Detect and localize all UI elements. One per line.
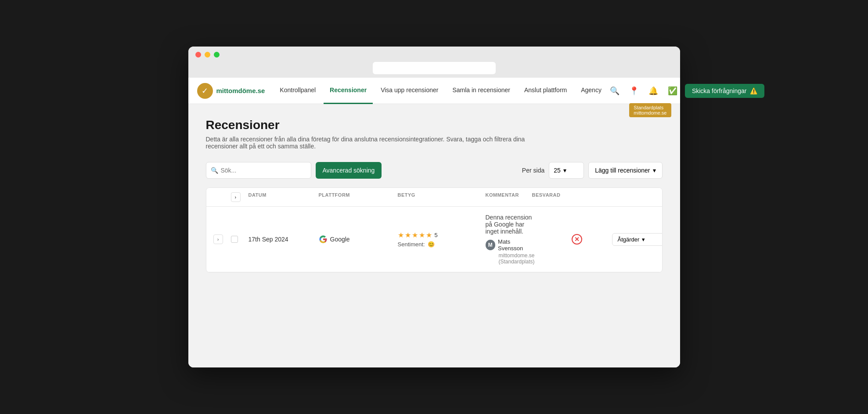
- action-chevron-icon: ▾: [642, 236, 645, 243]
- traffic-light-red[interactable]: [195, 52, 201, 58]
- location-icon-btn[interactable]: 📍: [627, 84, 641, 98]
- add-reviews-button[interactable]: Lägg till recensioner ▾: [588, 162, 662, 179]
- th-checkbox: ›: [231, 192, 249, 202]
- nav-anslut[interactable]: Anslut plattform: [518, 78, 573, 104]
- main-content: Recensioner Detta är alla recensioner fr…: [188, 104, 680, 367]
- search-box[interactable]: 🔍: [206, 162, 311, 179]
- row-action[interactable]: Åtgärder ▾: [612, 233, 663, 246]
- logo-badge: ✓: [197, 83, 213, 99]
- address-bar[interactable]: [373, 62, 496, 74]
- nav-icons: 🔍 📍 🔔 ✅ Skicka förfrågningar ⚠️: [608, 84, 765, 98]
- sentiment-label: Sentiment:: [398, 241, 425, 248]
- add-reviews-label: Lägg till recensioner: [595, 167, 650, 174]
- chevron-down-icon: ▾: [563, 167, 566, 174]
- th-kommentar: KOMMENTAR: [486, 192, 532, 202]
- search-icon: 🔍: [211, 167, 218, 174]
- nav-recensioner[interactable]: Recensioner: [324, 78, 373, 104]
- row-comment: Denna recension på Google har inget inne…: [486, 214, 542, 265]
- search-input[interactable]: [221, 167, 306, 174]
- per-page-select[interactable]: 25 ▾: [549, 162, 584, 179]
- row-betyg: ★ ★ ★ ★ ★ 5 Sentiment: 😊: [398, 231, 486, 248]
- nav-links: Kontrollpanel Recensioner Visa upp recen…: [274, 78, 608, 104]
- star-3: ★: [412, 231, 418, 239]
- expand-row-btn[interactable]: ›: [213, 234, 223, 244]
- per-page-label: Per sida: [522, 167, 544, 174]
- row-besvarad: ✕: [542, 234, 612, 245]
- traffic-light-yellow[interactable]: [205, 52, 210, 58]
- row-checkbox-input[interactable]: [231, 236, 238, 243]
- traffic-light-green[interactable]: [214, 52, 220, 58]
- action-label: Åtgärder: [618, 236, 640, 243]
- logo-area[interactable]: ✓ mittomdöme.se: [197, 83, 265, 99]
- row-date: 17th Sep 2024: [249, 236, 319, 243]
- advanced-search-button[interactable]: Avancerad sökning: [316, 162, 382, 179]
- reviewer-avatar: M: [486, 240, 496, 250]
- reviewer-name: Mats Svensson: [498, 238, 535, 252]
- sentiment-emoji: 😊: [428, 241, 435, 248]
- star-1: ★: [398, 231, 404, 239]
- cta-button[interactable]: Skicka förfrågningar ⚠️: [685, 84, 765, 98]
- not-answered-icon: ✕: [572, 234, 582, 245]
- nav-visa-upp[interactable]: Visa upp recensioner: [375, 78, 444, 104]
- page-subtitle: Detta är alla recensioner från alla dina…: [206, 136, 548, 150]
- google-logo-icon: [319, 235, 328, 244]
- reviews-table: › DATUM PLATTFORM BETYG KOMMENTAR BESVAR…: [206, 187, 663, 273]
- navbar: ✓ mittomdöme.se Kontrollpanel Recensione…: [188, 78, 680, 104]
- reviewer-initial: M: [488, 242, 493, 248]
- page-title: Recensioner: [206, 118, 663, 132]
- row-platform: Google: [319, 235, 398, 244]
- tooltip-line1: Standardplats: [634, 105, 666, 110]
- expand-all-btn[interactable]: ›: [231, 192, 241, 202]
- th-datum: DATUM: [249, 192, 319, 202]
- bell-icon-btn[interactable]: 🔔: [646, 84, 660, 98]
- check-icon-btn[interactable]: ✅: [666, 84, 680, 98]
- star-5: ★: [426, 231, 432, 239]
- th-plattform: PLATTFORM: [319, 192, 398, 202]
- nav-samla-in[interactable]: Samla in recensioner: [446, 78, 516, 104]
- nav-agency[interactable]: Agency: [575, 78, 608, 104]
- row-checkbox[interactable]: [231, 236, 249, 243]
- platform-name: Google: [330, 236, 350, 243]
- warning-icon: ⚠️: [750, 87, 757, 94]
- star-2: ★: [405, 231, 411, 239]
- search-icon-btn[interactable]: 🔍: [608, 84, 622, 98]
- tooltip-line2: mittomdome.se: [634, 110, 666, 115]
- th-expand: [213, 192, 231, 202]
- sentiment-row: Sentiment: 😊: [398, 241, 486, 248]
- th-betyg: BETYG: [398, 192, 486, 202]
- star-count: 5: [435, 232, 438, 238]
- nav-kontrollpanel[interactable]: Kontrollpanel: [274, 78, 322, 104]
- table-row: › 17th Sep 2024 Google: [206, 207, 662, 272]
- th-besvarad: BESVARAD: [532, 192, 602, 202]
- table-header: › DATUM PLATTFORM BETYG KOMMENTAR BESVAR…: [206, 188, 662, 207]
- reviewer-location: mittomdome.se (Standardplats): [499, 252, 535, 265]
- stars-row: ★ ★ ★ ★ ★ 5: [398, 231, 486, 239]
- toolbar: 🔍 Avancerad sökning Per sida 25 ▾ Lägg t…: [206, 162, 663, 179]
- toolbar-right: Per sida 25 ▾ Lägg till recensioner ▾: [522, 162, 663, 179]
- per-page-value: 25: [554, 167, 561, 174]
- th-actions: [602, 192, 655, 202]
- star-4: ★: [419, 231, 425, 239]
- comment-text: Denna recension på Google har inget inne…: [486, 214, 535, 235]
- reviewer-row: M Mats Svensson: [486, 238, 535, 252]
- logo-text: mittomdöme.se: [216, 87, 265, 94]
- row-expand[interactable]: ›: [213, 234, 231, 244]
- action-button[interactable]: Åtgärder ▾: [612, 233, 663, 246]
- chevron-down-icon-add: ▾: [653, 167, 656, 174]
- cta-label: Skicka förfrågningar: [692, 87, 747, 94]
- dropdown-tooltip: Standardplats mittomdome.se: [629, 103, 671, 117]
